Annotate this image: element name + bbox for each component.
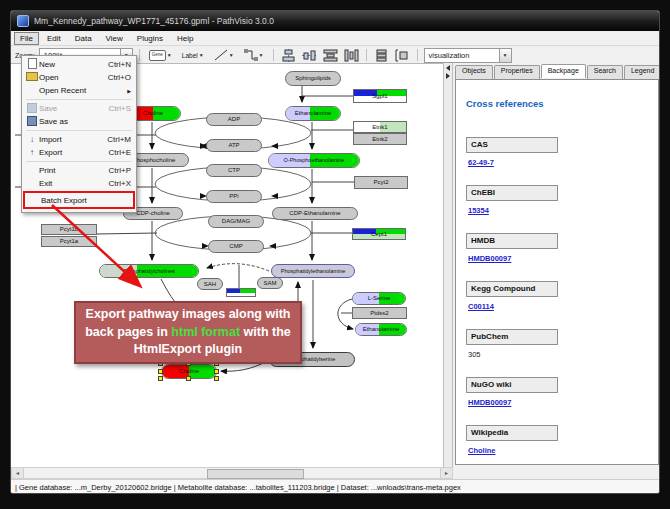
- node-label: ATP: [207, 140, 261, 151]
- node-ethanolamine-top[interactable]: Ethanolamine: [285, 106, 341, 121]
- distribute-vertical-button[interactable]: [343, 48, 360, 62]
- scrollbar-thumb[interactable]: [207, 469, 304, 479]
- menu-item-label: Save as: [39, 117, 131, 126]
- line-tool-button[interactable]: ▼: [211, 47, 237, 63]
- scroll-right-icon[interactable]: ►: [440, 468, 452, 478]
- node-pcyt1a[interactable]: Pcyt1a: [41, 236, 97, 247]
- visualization-dropdown-icon[interactable]: ▼: [499, 49, 511, 62]
- file-menu-item-export[interactable]: ↑ExportCtrl+E: [23, 146, 135, 159]
- node-label: Sphingolipids: [286, 72, 340, 85]
- file-menu-item-batch-export[interactable]: Batch Export: [23, 191, 135, 209]
- gene-datanode-button[interactable]: Gene ▼: [146, 47, 175, 63]
- file-menu-item-save-as[interactable]: Save as: [23, 115, 135, 128]
- file-menu-item-print[interactable]: PrintCtrl+P: [23, 164, 135, 177]
- node-sphingolipids[interactable]: Sphingolipids: [285, 71, 341, 86]
- node-etnk1[interactable]: Etnk1: [353, 121, 407, 133]
- selection-handle[interactable]: [158, 369, 163, 374]
- distribute-horizontal-button[interactable]: [322, 48, 339, 62]
- tab-backpage[interactable]: Backpage: [541, 64, 586, 78]
- save-as-icon: [25, 116, 39, 128]
- menubar-item-view[interactable]: View: [100, 32, 129, 45]
- file-menu-item-import[interactable]: ↓ImportCtrl+M: [23, 133, 135, 146]
- file-menu-item-open[interactable]: OpenCtrl+O: [23, 71, 135, 84]
- crossref-link[interactable]: C00114: [468, 302, 648, 311]
- selection-handle[interactable]: [186, 376, 191, 381]
- node-gene-stub[interactable]: [226, 288, 256, 297]
- menu-item-label: Save: [39, 104, 109, 113]
- node-phosphatidylethanolamine[interactable]: Phosphatidylethanolamine: [271, 264, 355, 278]
- cross-references-heading: Cross references: [466, 98, 648, 109]
- node-ctp[interactable]: CTP: [206, 164, 262, 177]
- tab-properties[interactable]: Properties: [494, 65, 540, 79]
- node-dag-mag[interactable]: DAG/MAG: [208, 215, 264, 228]
- scroll-left-icon[interactable]: ◄: [12, 468, 24, 478]
- crossref-section-kegg-compound: Kegg CompoundC00114: [466, 277, 648, 311]
- selection-handle[interactable]: [214, 369, 219, 374]
- menubar-item-file[interactable]: File: [14, 32, 39, 45]
- tab-objects[interactable]: Objects: [455, 65, 493, 79]
- node-sah[interactable]: SAH: [197, 278, 223, 290]
- connector-tool-button[interactable]: ▼: [241, 47, 267, 63]
- crossref-link[interactable]: 15354: [468, 206, 648, 215]
- node-phosphatidylcholines[interactable]: Phosphatidylcholines: [99, 264, 199, 278]
- node-cmp[interactable]: CMP: [208, 240, 264, 253]
- node-cdp-ethanolamine[interactable]: CDP-Ethanolamine: [272, 207, 358, 220]
- selection-handle[interactable]: [158, 376, 163, 381]
- menu-item-shortcut: Ctrl+N: [108, 60, 131, 69]
- node-ppi[interactable]: PPi: [206, 190, 262, 203]
- file-menu-item-open-recent[interactable]: Open Recent▶: [23, 84, 135, 97]
- crossref-link[interactable]: 62-49-7: [468, 158, 648, 167]
- node-pcyt1b[interactable]: Pcyt1b: [41, 224, 97, 235]
- chevron-down-icon[interactable]: ▼: [229, 52, 234, 58]
- label-button[interactable]: Label ▼: [179, 47, 207, 63]
- file-menu-item-new[interactable]: NewCtrl+N: [23, 58, 135, 71]
- menubar-item-plugins[interactable]: Plugins: [131, 32, 169, 45]
- file-menu-item-exit[interactable]: ExitCtrl+X: [23, 177, 135, 190]
- tab-search[interactable]: Search: [587, 65, 623, 79]
- menu-separator: [26, 99, 132, 100]
- connector-icon: [244, 49, 258, 61]
- file-menu-item-save[interactable]: SaveCtrl+S: [23, 102, 135, 115]
- node-label: DAG/MAG: [209, 216, 263, 227]
- chevron-down-icon[interactable]: ▼: [259, 52, 264, 58]
- crossref-link[interactable]: HMDB00097: [468, 254, 648, 263]
- chevron-down-icon[interactable]: ▼: [167, 52, 172, 58]
- node-cept1[interactable]: Cept1: [352, 228, 406, 240]
- splitter-expand-icon[interactable]: [446, 73, 450, 79]
- align-middle-button[interactable]: [301, 48, 318, 62]
- side-panel: ObjectsPropertiesBackpageSearchLegend Cr…: [453, 63, 660, 467]
- node-etnk2[interactable]: Etnk2: [353, 133, 407, 145]
- node-sam[interactable]: SAM: [257, 277, 283, 289]
- node-l-serine[interactable]: L-Serine: [352, 292, 406, 305]
- node-adp[interactable]: ADP: [206, 113, 262, 126]
- menubar-item-edit[interactable]: Edit: [41, 32, 67, 45]
- node-sgpl1[interactable]: Sgpl1: [353, 89, 407, 103]
- node-label: O-Phosphoethanolamine: [269, 154, 359, 167]
- gene-datanode-icon: Gene: [149, 50, 166, 61]
- canvas-horizontal-scrollbar[interactable]: ◄ ►: [11, 467, 453, 479]
- crossref-link[interactable]: HMDB00097: [468, 398, 648, 407]
- crossref-link[interactable]: Choline: [468, 446, 648, 455]
- menubar-item-help[interactable]: Help: [171, 32, 199, 45]
- status-bar: | Gene database: ...m_Derby_20120602.bri…: [11, 479, 660, 494]
- node-ptdss2[interactable]: Ptdss2: [352, 307, 407, 319]
- backpage-panel[interactable]: Cross references CAS62-49-7ChEBI15354HMD…: [455, 79, 659, 465]
- menubar-item-data[interactable]: Data: [69, 32, 98, 45]
- align-center-button[interactable]: [280, 48, 297, 62]
- tab-legend[interactable]: Legend: [624, 65, 660, 79]
- menu-item-label: Batch Export: [41, 196, 129, 205]
- panel-splitter[interactable]: [443, 63, 453, 467]
- menu-separator: [26, 130, 132, 131]
- stack-horizontal-button[interactable]: [394, 48, 411, 62]
- visualization-combobox[interactable]: visualization ▼: [424, 48, 512, 63]
- menu-item-label: Print: [39, 166, 109, 175]
- chevron-down-icon[interactable]: ▼: [199, 52, 204, 58]
- splitter-collapse-icon[interactable]: [446, 65, 450, 71]
- node-o-phosphoethanolamine[interactable]: O-Phosphoethanolamine: [268, 153, 360, 168]
- stack-vertical-button[interactable]: [373, 48, 390, 62]
- selection-handle[interactable]: [214, 376, 219, 381]
- node-pcyt2[interactable]: Pcyt2: [354, 176, 408, 189]
- node-atp[interactable]: ATP: [206, 139, 262, 152]
- node-ethanolamine-bottom[interactable]: Ethanolamine: [355, 323, 407, 336]
- menu-item-label: Open: [39, 73, 108, 82]
